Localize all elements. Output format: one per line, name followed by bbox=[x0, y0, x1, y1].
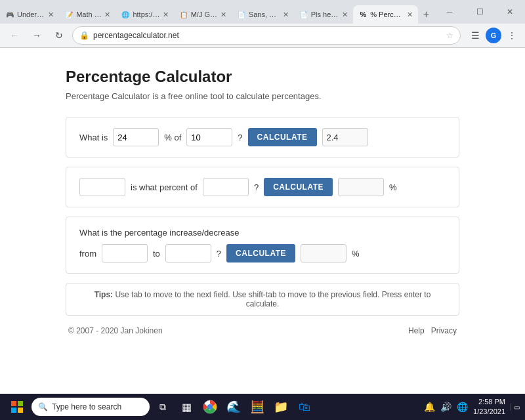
footer: © 2007 - 2020 Jan Jokinen Help Privacy bbox=[66, 326, 459, 335]
refresh-button[interactable]: ↻ bbox=[50, 26, 68, 45]
tab-label-4: M/J Grade 6 M... bbox=[191, 10, 218, 18]
taskbar-calculator-icon[interactable]: 🧮 bbox=[247, 396, 268, 415]
tips-box: Tips: Use tab to move to the next field.… bbox=[66, 283, 459, 316]
taskbar-task-view-icon[interactable]: ⧉ bbox=[152, 396, 173, 415]
taskbar-network-icon[interactable]: 🌐 bbox=[457, 402, 468, 412]
calc3-calculate-button[interactable]: CALCULATE bbox=[226, 244, 295, 262]
calculator-2: is what percent of ? CALCULATE % bbox=[66, 167, 459, 207]
new-tab-button[interactable]: + bbox=[418, 5, 434, 24]
tab-favicon-3: 🌐 bbox=[121, 10, 130, 19]
back-button[interactable]: ← bbox=[5, 26, 24, 45]
taskbar-widgets-icon[interactable]: ▦ bbox=[176, 396, 197, 415]
tab-favicon-4: 📋 bbox=[179, 10, 188, 19]
tab-5[interactable]: 📄 Sans, Papyrus, F... ✕ bbox=[232, 5, 294, 24]
close-button[interactable]: ✕ bbox=[495, 0, 525, 24]
calc3-question-mark: ? bbox=[217, 249, 221, 259]
browser-window: 🎮 Undertale Sans... ✕ 📝 Math notes #2...… bbox=[0, 0, 525, 415]
minimize-button[interactable]: ─ bbox=[434, 0, 465, 24]
taskbar-show-desktop-icon[interactable]: ▭ bbox=[511, 404, 520, 411]
tab-7[interactable]: % % Percentage Cal... ✕ bbox=[353, 5, 417, 24]
address-text: percentagecalculator.net bbox=[93, 31, 442, 40]
start-button[interactable] bbox=[5, 395, 29, 415]
calc1-calculate-button[interactable]: CALCULATE bbox=[248, 128, 317, 146]
calc3-label-from: from bbox=[79, 249, 96, 259]
taskbar-date-display: 1/23/2021 bbox=[473, 407, 505, 415]
svg-rect-2 bbox=[11, 408, 16, 413]
lock-icon: 🔒 bbox=[79, 31, 89, 40]
calc2-label-is-what: is what percent of bbox=[131, 182, 198, 192]
calc1-label-what-is: What is bbox=[79, 133, 108, 142]
calc-2-row: is what percent of ? CALCULATE % bbox=[79, 178, 446, 196]
tab-close-3[interactable]: ✕ bbox=[163, 10, 169, 19]
tab-favicon-7: % bbox=[358, 10, 368, 19]
tab-favicon-6: 📄 bbox=[299, 10, 308, 19]
taskbar-search-bar[interactable]: 🔍 Type here to search bbox=[32, 398, 150, 415]
taskbar: 🔍 Type here to search ⧉ ▦ 🌊 🧮 📁 🛍 🔔 🔊 🌐 … bbox=[0, 394, 525, 415]
tab-label-3: https://e2020.g... bbox=[133, 10, 159, 18]
calc-3-row: from to ? CALCULATE % bbox=[79, 244, 446, 262]
star-icon[interactable]: ☆ bbox=[446, 31, 453, 40]
tab-1[interactable]: 🎮 Undertale Sans... ✕ bbox=[0, 5, 59, 24]
tips-bold-label: Tips: bbox=[94, 290, 113, 299]
tab-6[interactable]: 📄 Pls help grade6... ✕ bbox=[294, 5, 354, 24]
svg-point-6 bbox=[208, 405, 213, 410]
tab-label-5: Sans, Papyrus, F... bbox=[249, 10, 280, 18]
tab-label-7: % Percentage Cal... bbox=[370, 10, 404, 18]
tab-close-7[interactable]: ✕ bbox=[407, 10, 413, 19]
taskbar-edge-icon[interactable]: 🌊 bbox=[223, 396, 244, 415]
tab-favicon-2: 📝 bbox=[64, 10, 74, 19]
calc3-input-to[interactable] bbox=[165, 244, 211, 262]
tab-close-5[interactable]: ✕ bbox=[283, 10, 289, 19]
tab-close-4[interactable]: ✕ bbox=[220, 10, 226, 19]
extensions-icon[interactable]: ☰ bbox=[467, 28, 483, 43]
calc2-input-value[interactable] bbox=[79, 178, 125, 196]
taskbar-chrome-icon[interactable] bbox=[200, 396, 220, 415]
tab-favicon-5: 📄 bbox=[237, 10, 246, 19]
svg-rect-0 bbox=[11, 401, 16, 406]
tab-close-6[interactable]: ✕ bbox=[342, 10, 348, 19]
address-bar-row: ← → ↻ 🔒 percentagecalculator.net ☆ ☰ G ⋮ bbox=[0, 24, 525, 48]
tab-close-1[interactable]: ✕ bbox=[48, 10, 54, 19]
svg-rect-1 bbox=[18, 401, 23, 406]
taskbar-file-explorer-icon[interactable]: 📁 bbox=[270, 396, 291, 415]
taskbar-right-area: 🔔 🔊 🌐 2:58 PM 1/23/2021 ▭ bbox=[424, 397, 520, 415]
calc1-question-mark: ? bbox=[238, 133, 242, 142]
calc3-input-from[interactable] bbox=[102, 244, 148, 262]
calc3-percent-sign: % bbox=[352, 249, 360, 259]
calc3-result bbox=[301, 244, 346, 262]
calc2-input-base[interactable] bbox=[203, 178, 249, 196]
tab-4[interactable]: 📋 M/J Grade 6 M... ✕ bbox=[174, 5, 232, 24]
svg-rect-3 bbox=[18, 408, 23, 413]
more-options-icon[interactable]: ⋮ bbox=[504, 28, 520, 43]
calc3-label-to: to bbox=[153, 249, 160, 259]
footer-help-link[interactable]: Help bbox=[408, 326, 425, 335]
tab-3[interactable]: 🌐 https://e2020.g... ✕ bbox=[116, 5, 173, 24]
tab-label-2: Math notes #2... bbox=[76, 10, 102, 18]
calc1-label-percent-of: % of bbox=[164, 133, 181, 142]
footer-copyright: © 2007 - 2020 Jan Jokinen bbox=[68, 326, 163, 335]
maximize-button[interactable]: ☐ bbox=[465, 0, 495, 24]
footer-privacy-link[interactable]: Privacy bbox=[431, 326, 457, 335]
tab-2[interactable]: 📝 Math notes #2... ✕ bbox=[59, 5, 116, 24]
page-content: Percentage Calculator Percentage Calcula… bbox=[0, 48, 525, 415]
taskbar-speaker-icon[interactable]: 🔊 bbox=[440, 402, 452, 412]
search-icon: 🔍 bbox=[38, 402, 48, 411]
profile-icon[interactable]: G bbox=[486, 28, 501, 43]
tab-close-2[interactable]: ✕ bbox=[104, 10, 110, 19]
taskbar-notification-icon[interactable]: 🔔 bbox=[424, 402, 435, 412]
page-title: Percentage Calculator bbox=[66, 68, 459, 86]
calc2-calculate-button[interactable]: CALCULATE bbox=[264, 178, 333, 196]
calc1-input-value[interactable] bbox=[113, 128, 159, 146]
calc1-input-base[interactable] bbox=[186, 128, 232, 146]
address-bar[interactable]: 🔒 percentagecalculator.net ☆ bbox=[72, 26, 461, 45]
taskbar-time-display: 2:58 PM bbox=[473, 397, 505, 407]
taskbar-clock[interactable]: 2:58 PM 1/23/2021 bbox=[473, 397, 505, 415]
page-subtitle: Percentage Calculator is a free online t… bbox=[66, 91, 459, 101]
tab-label-6: Pls help grade6... bbox=[311, 10, 340, 18]
forward-button[interactable]: → bbox=[28, 26, 46, 45]
taskbar-store-icon[interactable]: 🛍 bbox=[294, 396, 315, 415]
calc1-result: 2.4 bbox=[322, 128, 368, 146]
search-placeholder: Type here to search bbox=[52, 402, 121, 411]
calculator-1: What is % of ? CALCULATE 2.4 bbox=[66, 117, 459, 158]
tab-label-1: Undertale Sans... bbox=[17, 10, 45, 18]
